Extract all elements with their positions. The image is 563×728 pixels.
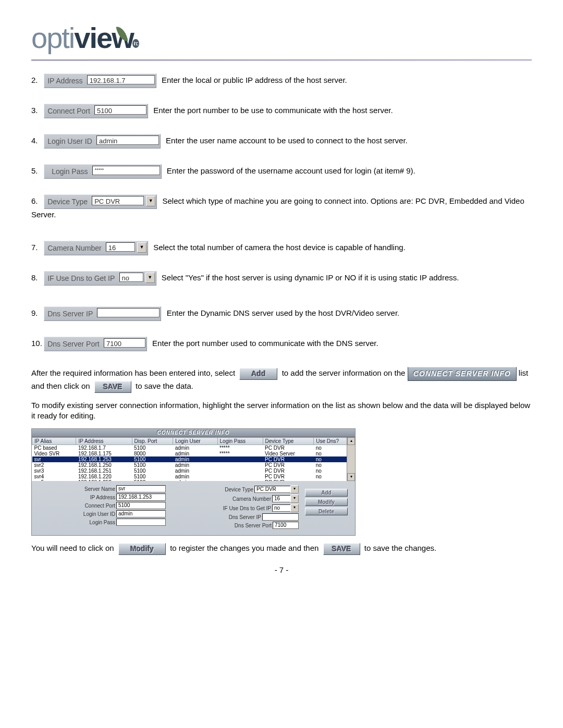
dns-server-ip-field[interactable] <box>97 308 160 317</box>
server-table-wrap: IP AliasIP AddressDisp. PortLogin UserLo… <box>32 437 355 481</box>
step-4: 4. Login User ID admin Enter the user na… <box>31 134 532 149</box>
step-7: 7. Camera Number 16 ▼ Select the total n… <box>31 241 532 255</box>
device-type-field[interactable]: PC DVR <box>92 196 144 205</box>
form-user-label: Login User ID <box>66 511 115 517</box>
table-header[interactable]: IP Address <box>76 438 132 445</box>
scroll-up-icon[interactable]: ▴ <box>347 437 355 445</box>
modify-button[interactable]: Modify <box>118 543 166 555</box>
form-port-label: Connect Port <box>66 503 115 509</box>
table-cell: admin <box>173 456 217 462</box>
table-cell: ***** <box>217 445 263 451</box>
table-header[interactable]: Login User <box>173 438 217 445</box>
form-user-input[interactable]: admin <box>116 510 166 517</box>
form-pass-input[interactable] <box>116 519 166 526</box>
dns-server-port-widget: Dns Server Port 7100 <box>44 337 147 351</box>
camera-number-widget: Camera Number 16 ▼ <box>44 241 148 255</box>
after-para: After the required information has been … <box>31 367 532 393</box>
panel-add-button[interactable]: Add <box>305 489 348 497</box>
table-cell: 5100 <box>132 456 173 462</box>
form-left: Server Namesvr IP Address192.168.1.253 C… <box>37 484 170 530</box>
form-dnsport-label: Dns Server Port <box>209 523 272 528</box>
connect-server-info-panel: CONNECT SERVER INFO IP AliasIP AddressDi… <box>31 428 356 536</box>
table-row[interactable]: svr2192.168.1.2505100adminPC DVRno <box>32 462 355 468</box>
table-cell: 5100 <box>132 474 173 479</box>
server-table[interactable]: IP AliasIP AddressDisp. PortLogin UserLo… <box>32 437 355 481</box>
form-dnsport-input[interactable]: 7100 <box>273 522 299 529</box>
table-header[interactable]: IP Alias <box>32 438 76 445</box>
table-cell: PC based <box>32 445 76 451</box>
table-cell: 192.168.1.7 <box>76 445 132 451</box>
panel-delete-button[interactable]: Delete <box>305 508 348 515</box>
step-3: 3. Connect Port 5100 Enter the port numb… <box>31 104 532 118</box>
form-pass-label: Login Pass <box>66 520 115 525</box>
divider <box>31 60 532 61</box>
scroll-down-icon[interactable]: ▾ <box>347 473 355 481</box>
table-row[interactable]: Video SVR192.168.1.1758000admin*****Vide… <box>32 451 355 456</box>
step-3-desc: Enter the port number to be use to commu… <box>153 106 393 115</box>
table-cell: 192.168.1.252 <box>76 479 132 481</box>
save-button[interactable]: SAVE <box>94 381 131 393</box>
dns-server-ip-widget: Dns Server IP <box>44 306 161 321</box>
page-number: - 7 - <box>31 565 532 574</box>
login-pass-label: Login Pass <box>44 165 90 177</box>
table-cell: 192.168.1.250 <box>76 462 132 468</box>
panel-modify-button[interactable]: Modify <box>305 498 348 506</box>
table-header[interactable]: Disp. Port <box>132 438 173 445</box>
dns-server-port-field[interactable]: 7100 <box>104 338 145 348</box>
connect-port-widget: Connect Port 5100 <box>44 104 148 118</box>
table-cell: 5100 <box>132 468 173 474</box>
form-ip-input[interactable]: 192.168.1.253 <box>116 493 166 501</box>
camera-number-label: Camera Number <box>44 241 103 254</box>
camera-number-field[interactable]: 16 <box>106 242 135 252</box>
scrollbar[interactable]: ▴ ▾ <box>347 437 355 481</box>
dropdown-icon[interactable]: ▼ <box>137 242 146 253</box>
dropdown-icon[interactable]: ▼ <box>290 485 299 493</box>
form-right: Device TypePC DVR▼ Camera Number16▼ IF U… <box>170 484 303 530</box>
table-header[interactable]: Device Type <box>263 438 314 445</box>
use-dns-field[interactable]: no <box>119 273 143 282</box>
form-ip-label: IP Address <box>66 495 115 500</box>
ip-address-field[interactable]: 192.168.1.7 <box>87 75 155 84</box>
dropdown-icon[interactable]: ▼ <box>290 495 299 503</box>
use-dns-label: IF Use Dns to Get IP <box>44 272 117 284</box>
step-8-desc: Select "Yes" if the host server is using… <box>162 273 459 282</box>
dropdown-icon[interactable]: ▼ <box>145 273 155 283</box>
login-pass-field[interactable]: ***** <box>92 166 160 175</box>
form-dns-input[interactable]: no <box>272 504 291 512</box>
logo: optiviewinc <box>31 21 532 55</box>
table-header[interactable]: Login Pass <box>217 438 263 445</box>
form-dnsip-label: Dns Server IP <box>199 514 261 520</box>
login-user-field[interactable]: admin <box>96 135 159 145</box>
table-cell: PC DVR <box>263 456 314 462</box>
server-name-label: Server Name <box>66 486 115 492</box>
table-row[interactable]: svr5192.168.1.2525100adminPC DVRno <box>32 479 355 481</box>
dropdown-icon[interactable]: ▼ <box>290 504 299 512</box>
save-button[interactable]: SAVE <box>323 543 360 555</box>
connect-port-field[interactable]: 5100 <box>94 105 146 115</box>
step-number: 3. <box>31 105 42 116</box>
step-4-desc: Enter the user name account to be used t… <box>166 136 408 145</box>
step-5: 5. Login Pass ***** Enter the password o… <box>31 164 532 179</box>
table-cell <box>217 462 263 468</box>
table-row[interactable]: svr192.168.1.2535100adminPC DVRno <box>32 456 355 462</box>
step-number: 7. <box>31 242 42 253</box>
form-dnsip-input[interactable] <box>262 513 299 521</box>
table-row[interactable]: svr3192.168.1.2515100adminPC DVRno <box>32 468 355 474</box>
form-dtype-input[interactable]: PC DVR <box>254 486 291 493</box>
server-name-input[interactable]: svr <box>116 485 166 492</box>
table-row[interactable]: PC based192.168.1.75100admin*****PC DVRn… <box>32 445 355 451</box>
device-type-widget: Device Type PC DVR ▼ <box>44 194 157 209</box>
table-row[interactable]: svr4192.168.1.2205100adminPC DVRno <box>32 474 355 479</box>
form-port-input[interactable]: 5100 <box>116 502 166 509</box>
table-cell: svr4 <box>32 474 76 479</box>
table-cell: PC DVR <box>263 479 314 481</box>
table-cell: Video SVR <box>32 451 76 456</box>
logo-thin: opti <box>31 21 74 54</box>
login-user-widget: Login User ID admin <box>44 134 161 149</box>
final-t1: You will need to click on <box>31 544 116 553</box>
add-button[interactable]: Add <box>239 368 277 380</box>
form-cam-input[interactable]: 16 <box>272 495 291 502</box>
modify-para: To modify existing server connection inf… <box>31 400 532 422</box>
panel-title: CONNECT SERVER INFO <box>32 429 355 437</box>
dropdown-icon[interactable]: ▼ <box>146 196 155 206</box>
